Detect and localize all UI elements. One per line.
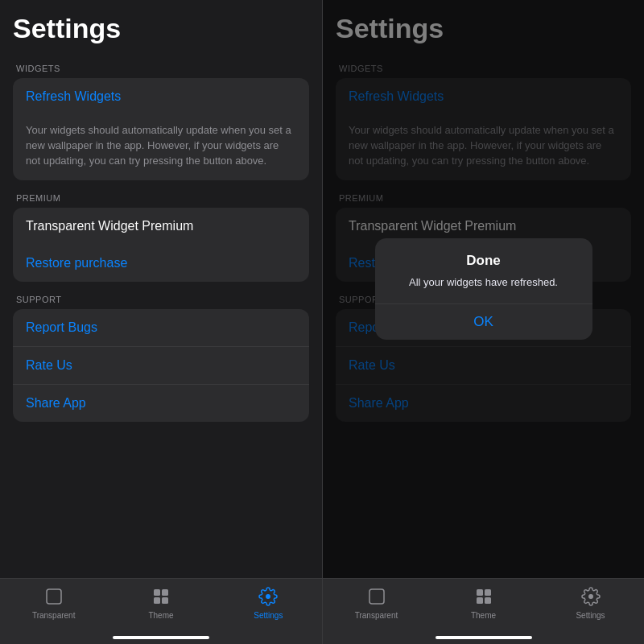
left-share-app-button[interactable]: Share App xyxy=(13,385,309,422)
right-tab-transparent-label: Transparent xyxy=(355,611,398,620)
left-tab-theme-label: Theme xyxy=(148,611,173,620)
svg-rect-4 xyxy=(162,597,168,604)
right-tab-bar-line xyxy=(436,636,532,639)
svg-rect-1 xyxy=(154,589,160,596)
svg-rect-9 xyxy=(485,597,491,604)
left-screen: Settings WIDGETS Refresh Widgets Your wi… xyxy=(0,0,322,644)
svg-rect-6 xyxy=(477,589,483,596)
right-tab-bar: Transparent Theme Settings xyxy=(323,578,644,644)
left-restore-purchase-button[interactable]: Restore purchase xyxy=(13,245,309,282)
modal-overlay: Done All your widgets have refreshed. OK xyxy=(323,0,644,578)
left-widgets-description: Your widgets should automatically update… xyxy=(13,115,309,180)
left-rate-us-button[interactable]: Rate Us xyxy=(13,347,309,385)
modal-message: All your widgets have refreshed. xyxy=(375,272,592,303)
right-tab-settings-label: Settings xyxy=(576,611,605,620)
left-scroll-area: WIDGETS Refresh Widgets Your widgets sho… xyxy=(0,51,322,578)
right-transparent-icon xyxy=(365,585,388,608)
right-tab-transparent[interactable]: Transparent xyxy=(323,585,430,620)
right-settings-icon xyxy=(580,585,602,608)
right-screen: Settings WIDGETS Refresh Widgets Your wi… xyxy=(322,0,644,644)
settings-icon xyxy=(257,585,279,608)
modal-ok-button[interactable]: OK xyxy=(375,304,592,340)
transparent-icon xyxy=(43,585,65,608)
left-tab-transparent[interactable]: Transparent xyxy=(0,585,107,620)
left-support-header: SUPPORT xyxy=(13,295,309,304)
left-premium-label: Transparent Widget Premium xyxy=(13,208,309,245)
left-tab-settings-label: Settings xyxy=(254,611,283,620)
left-tab-bar-line xyxy=(113,636,209,639)
left-report-bugs-button[interactable]: Report Bugs xyxy=(13,309,309,347)
left-widgets-header: WIDGETS xyxy=(13,64,309,73)
svg-rect-2 xyxy=(162,589,168,596)
theme-icon xyxy=(150,585,172,608)
left-tab-transparent-label: Transparent xyxy=(32,611,76,620)
svg-rect-8 xyxy=(477,597,483,604)
right-tab-settings[interactable]: Settings xyxy=(537,585,644,620)
svg-rect-7 xyxy=(485,589,491,596)
left-premium-header: PREMIUM xyxy=(13,193,309,203)
right-theme-icon xyxy=(473,585,495,608)
svg-rect-3 xyxy=(154,597,160,604)
left-tab-settings[interactable]: Settings xyxy=(215,585,322,620)
left-refresh-widgets-button[interactable]: Refresh Widgets xyxy=(13,78,309,115)
left-tab-bar: Transparent Theme Settings xyxy=(0,578,322,644)
done-modal: Done All your widgets have refreshed. OK xyxy=(375,238,592,339)
left-premium-card: Transparent Widget Premium Restore purch… xyxy=(13,208,309,282)
svg-rect-5 xyxy=(369,589,384,604)
left-widgets-card: Refresh Widgets Your widgets should auto… xyxy=(13,78,309,180)
left-page-title: Settings xyxy=(0,0,322,51)
right-tab-theme-label: Theme xyxy=(471,611,496,620)
right-tab-theme[interactable]: Theme xyxy=(430,585,537,620)
left-support-card: Report Bugs Rate Us Share App xyxy=(13,309,309,422)
left-tab-theme[interactable]: Theme xyxy=(107,585,214,620)
modal-title: Done xyxy=(375,238,592,272)
svg-rect-0 xyxy=(47,589,61,604)
